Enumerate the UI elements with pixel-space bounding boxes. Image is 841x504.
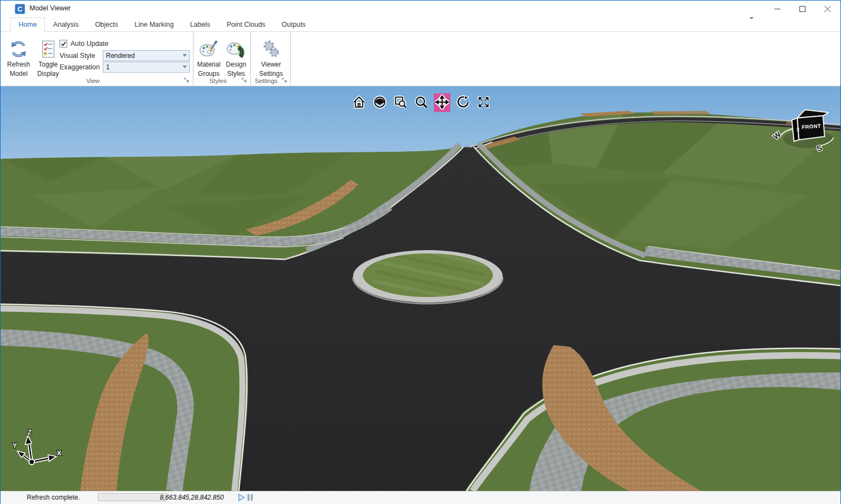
3d-scene [1,86,840,491]
model-viewport[interactable]: FRONT 31 W S [1,86,840,491]
view-cube[interactable]: FRONT 31 W S [770,102,840,158]
axis-y-label: Y [13,441,17,449]
visual-style-label: Visual Style [60,52,95,60]
settings-group-label: Settings [251,78,281,84]
ribbon: Refresh Model Toggle Display Au [1,32,840,86]
minimize-icon [774,6,780,12]
window-title: Model Viewer [30,4,71,12]
viewer-settings-button[interactable]: Viewer Settings [256,33,286,84]
styles-dialog-launcher-icon[interactable] [242,78,248,84]
maximize-icon [799,6,805,12]
rotate-view-button[interactable] [455,93,471,112]
close-icon [825,6,831,12]
tab-point-clouds[interactable]: Point Clouds [219,17,274,32]
ribbon-group-styles: Material Groups Design Styles Styles [193,32,251,86]
checkbox-checked-icon [60,40,67,48]
auto-update-checkbox[interactable]: Auto Update [60,40,109,48]
compass-west-label: W [772,129,783,141]
maximize-button[interactable] [790,1,815,17]
pause-icon[interactable] [251,494,252,501]
visual-style-select[interactable]: Rendered [103,50,190,61]
material-groups-button[interactable]: Material Groups [194,33,224,84]
rotate-icon [456,94,470,110]
refresh-icon [9,40,28,58]
ribbon-corner-mark: ▰ [750,16,754,20]
exaggeration-label: Exaggeration [60,63,100,71]
toggle-display-label: Toggle Display [37,61,58,78]
ribbon-group-settings: Viewer Settings Settings [251,32,291,86]
exaggeration-value: 1 [106,63,110,71]
toggle-display-icon [39,40,57,58]
zoom-window-icon [393,94,408,110]
app-icon: C [15,4,25,14]
zoom-icon [414,94,428,110]
play-icon[interactable] [239,494,244,501]
exaggeration-select[interactable]: 1 [103,62,190,73]
auto-update-label: Auto Update [70,40,109,48]
ribbon-tabs: Home Analysis Objects Line Marking Label… [1,17,840,32]
ribbon-group-view: Refresh Model Toggle Display Au [1,32,193,86]
view-group-label: View [1,78,185,84]
refresh-model-button[interactable]: Refresh Model [4,33,33,84]
zoom-extents-button[interactable] [475,93,492,112]
home-icon [352,94,366,110]
coordinates-readout: 8,663.845,28,842.850 [143,494,241,501]
view-cube-left-glyph: 31 [796,128,801,132]
design-styles-icon [226,40,246,58]
orbit-button[interactable] [372,93,388,112]
zoom-extents-icon [477,94,491,110]
axis-gizmo-arrows [17,436,56,465]
title-bar[interactable]: C Model Viewer [1,1,840,17]
toggle-display-button[interactable]: Toggle Display [33,33,63,84]
minimize-button[interactable] [764,1,790,17]
refresh-model-label: Refresh Model [7,61,30,78]
tab-objects[interactable]: Objects [87,17,126,32]
chevron-down-icon [183,66,187,68]
zoom-window-button[interactable] [392,93,409,112]
axis-z-label: Z [27,428,32,436]
view-dialog-launcher-icon[interactable] [184,78,190,84]
tab-labels[interactable]: Labels [182,17,219,32]
home-view-button[interactable] [351,93,367,112]
pan-icon [435,94,449,110]
tab-home[interactable]: Home [10,17,45,32]
viewer-settings-icon [261,40,281,58]
zoom-button[interactable] [413,93,430,112]
close-button[interactable] [815,1,840,17]
pan-button[interactable] [434,93,450,112]
status-message: Refresh complete. [27,494,80,501]
design-styles-button[interactable]: Design Styles [221,33,251,84]
orbit-icon [373,94,387,110]
tab-outputs[interactable]: Outputs [274,17,314,32]
tab-analysis[interactable]: Analysis [45,17,87,32]
material-groups-icon [199,40,219,58]
visual-style-value: Rendered [106,52,135,60]
settings-dialog-launcher-icon[interactable] [282,78,288,84]
chevron-down-icon [183,54,187,57]
axis-gizmo: Z X Y [8,428,63,479]
styles-group-label: Styles [193,78,243,84]
viewer-settings-label: Viewer Settings [259,61,283,78]
tab-line-marking[interactable]: Line Marking [126,17,182,32]
axis-x-label: X [57,449,62,457]
pause-icon[interactable] [248,494,249,501]
material-groups-label: Material Groups [197,61,221,78]
status-bar: Refresh complete. 8,663.845,28,842.850 [1,491,840,504]
app-window: C Model Viewer Home Analysis Objects Lin… [0,0,841,504]
viewport-toolbar [351,93,492,112]
design-styles-label: Design Styles [226,61,246,78]
